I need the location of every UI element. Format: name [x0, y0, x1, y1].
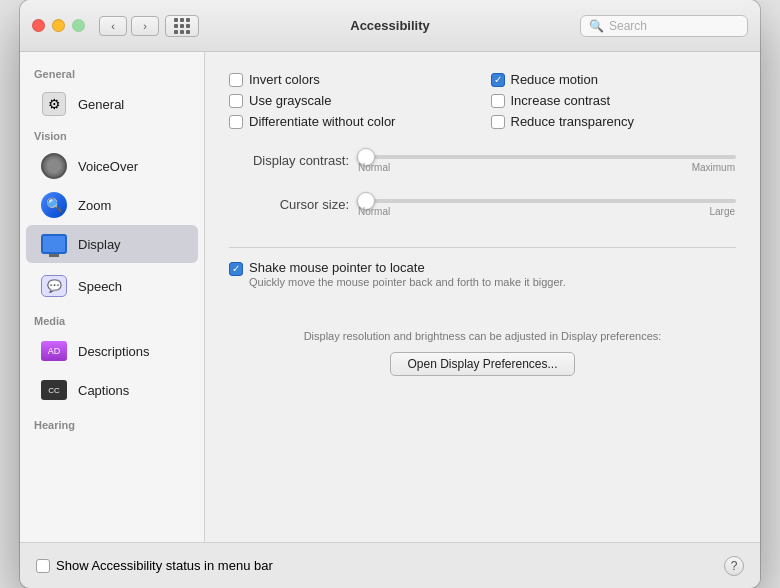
shake-desc: Quickly move the mouse pointer back and … — [249, 276, 566, 288]
display-contrast-row: Display contrast: Normal Maximum — [229, 147, 736, 173]
option-increase-contrast: Increase contrast — [491, 93, 737, 108]
general-icon: ⚙ — [40, 90, 68, 118]
minimize-button[interactable] — [52, 19, 65, 32]
checkbox-shake[interactable] — [229, 262, 243, 276]
display-contrast-slider-wrap: Normal Maximum — [357, 147, 736, 173]
sidebar-item-captions[interactable]: CC Captions — [26, 371, 198, 409]
cursor-size-max: Large — [709, 206, 735, 217]
label-differentiate-without-color: Differentiate without color — [249, 114, 395, 129]
sidebar-item-general[interactable]: ⚙ General — [26, 85, 198, 123]
option-differentiate-without-color: Differentiate without color — [229, 114, 475, 129]
display-icon — [40, 230, 68, 258]
divider — [229, 247, 736, 248]
sidebar-label-voiceover: VoiceOver — [78, 159, 138, 174]
forward-button[interactable]: › — [131, 16, 159, 36]
display-contrast-slider[interactable] — [357, 155, 736, 159]
descriptions-icon: AD — [40, 337, 68, 365]
display-info-text: Display resolution and brightness can be… — [229, 330, 736, 342]
zoom-icon: 🔍 — [40, 191, 68, 219]
bottom-bar: Show Accessibility status in menu bar ? — [20, 542, 760, 588]
checkbox-show-status[interactable] — [36, 559, 50, 573]
search-box[interactable]: 🔍 Search — [580, 15, 748, 37]
shake-row: Shake mouse pointer to locate Quickly mo… — [229, 260, 736, 288]
cursor-size-label: Cursor size: — [229, 197, 349, 212]
voiceover-icon — [40, 152, 68, 180]
captions-icon: CC — [40, 376, 68, 404]
display-contrast-label: Display contrast: — [229, 153, 349, 168]
checkbox-increase-contrast[interactable] — [491, 94, 505, 108]
sidebar: General ⚙ General Vision VoiceOver 🔍 Zoo… — [20, 52, 205, 542]
checkbox-reduce-motion[interactable] — [491, 73, 505, 87]
window-title: Accessibility — [350, 18, 430, 33]
label-invert-colors: Invert colors — [249, 72, 320, 87]
app-grid-button[interactable] — [165, 15, 199, 37]
maximize-button[interactable] — [72, 19, 85, 32]
display-contrast-max: Maximum — [692, 162, 735, 173]
sidebar-label-zoom: Zoom — [78, 198, 111, 213]
option-reduce-motion: Reduce motion — [491, 72, 737, 87]
checkbox-invert-colors[interactable] — [229, 73, 243, 87]
main-window: ‹ › Accessibility 🔍 Search General ⚙ Gen… — [20, 0, 760, 588]
cursor-size-slider[interactable] — [357, 199, 736, 203]
sidebar-item-display[interactable]: Display — [26, 225, 198, 263]
sidebar-section-media: Media — [20, 309, 204, 331]
option-invert-colors: Invert colors — [229, 72, 475, 87]
back-button[interactable]: ‹ — [99, 16, 127, 36]
label-reduce-motion: Reduce motion — [511, 72, 598, 87]
cursor-size-section: Cursor size: Normal Large — [229, 191, 736, 221]
display-contrast-section: Display contrast: Normal Maximum — [229, 147, 736, 177]
display-info-section: Display resolution and brightness can be… — [229, 330, 736, 376]
display-contrast-min: Normal — [358, 162, 390, 173]
sidebar-item-descriptions[interactable]: AD Descriptions — [26, 332, 198, 370]
help-button[interactable]: ? — [724, 556, 744, 576]
traffic-lights — [32, 19, 85, 32]
sidebar-item-zoom[interactable]: 🔍 Zoom — [26, 186, 198, 224]
sidebar-label-captions: Captions — [78, 383, 129, 398]
cursor-size-slider-wrap: Normal Large — [357, 191, 736, 217]
sidebar-item-voiceover[interactable]: VoiceOver — [26, 147, 198, 185]
label-reduce-transparency: Reduce transparency — [511, 114, 635, 129]
search-placeholder: Search — [609, 19, 647, 33]
close-button[interactable] — [32, 19, 45, 32]
sidebar-label-speech: Speech — [78, 279, 122, 294]
show-status-row: Show Accessibility status in menu bar — [36, 558, 273, 573]
option-reduce-transparency: Reduce transparency — [491, 114, 737, 129]
open-display-prefs-button[interactable]: Open Display Preferences... — [390, 352, 574, 376]
shake-text: Shake mouse pointer to locate Quickly mo… — [249, 260, 566, 288]
nav-buttons: ‹ › — [99, 16, 159, 36]
search-icon: 🔍 — [589, 19, 604, 33]
sidebar-section-general: General — [20, 62, 204, 84]
speech-icon: 💬 — [40, 272, 68, 300]
sidebar-label-descriptions: Descriptions — [78, 344, 150, 359]
show-status-label: Show Accessibility status in menu bar — [56, 558, 273, 573]
shake-title: Shake mouse pointer to locate — [249, 260, 566, 275]
content-area: General ⚙ General Vision VoiceOver 🔍 Zoo… — [20, 52, 760, 542]
sidebar-label-display: Display — [78, 237, 121, 252]
cursor-size-min: Normal — [358, 206, 390, 217]
grid-icon — [174, 18, 190, 34]
titlebar: ‹ › Accessibility 🔍 Search — [20, 0, 760, 52]
cursor-size-row: Cursor size: Normal Large — [229, 191, 736, 217]
sidebar-label-general: General — [78, 97, 124, 112]
sidebar-item-speech[interactable]: 💬 Speech — [26, 267, 198, 305]
label-use-grayscale: Use grayscale — [249, 93, 331, 108]
option-use-grayscale: Use grayscale — [229, 93, 475, 108]
options-grid: Invert colors Reduce motion Use grayscal… — [229, 72, 736, 129]
sidebar-section-vision: Vision — [20, 124, 204, 146]
checkbox-reduce-transparency[interactable] — [491, 115, 505, 129]
label-increase-contrast: Increase contrast — [511, 93, 611, 108]
checkbox-use-grayscale[interactable] — [229, 94, 243, 108]
checkbox-differentiate-without-color[interactable] — [229, 115, 243, 129]
main-panel: Invert colors Reduce motion Use grayscal… — [205, 52, 760, 542]
main-content: Invert colors Reduce motion Use grayscal… — [229, 72, 736, 376]
sidebar-section-hearing: Hearing — [20, 413, 204, 435]
